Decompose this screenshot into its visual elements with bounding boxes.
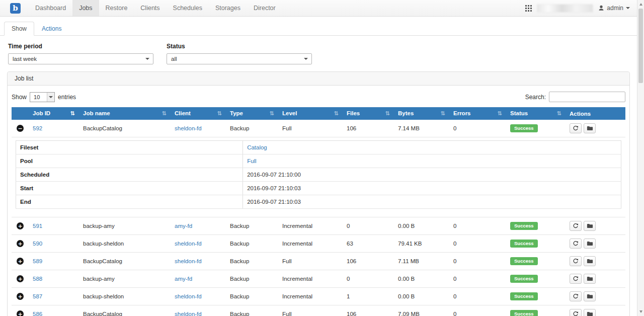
type-cell: Backup [226,305,278,316]
column-header-files[interactable]: ⇅Files [343,107,394,120]
client-link[interactable]: sheldon-fd [175,241,202,247]
restart-icon [573,241,579,247]
expand-row-icon[interactable]: + [17,293,24,300]
nav-item-jobs[interactable]: Jobs [72,0,99,16]
column-header-actions[interactable]: Actions [566,107,625,120]
client-link[interactable]: amy-fd [175,223,192,229]
job-row: +590backup-sheldonsheldon-fdBackupIncrem… [12,235,625,253]
time-period-select[interactable]: last week [8,53,153,64]
column-header-client[interactable]: ⇅Client [171,107,226,120]
app-logo[interactable]: b [10,3,21,14]
sort-icon[interactable]: ⇅ [334,110,339,117]
client-link[interactable]: sheldon-fd [175,293,202,299]
job-list-panel: Job list Show 10 entries Search: [7,71,630,316]
job-id-link[interactable]: 592 [33,125,42,131]
caret-down-icon [626,7,630,9]
client-link[interactable]: sheldon-fd [175,125,202,131]
client-link[interactable]: sheldon-fd [175,311,202,316]
nav-item-storages[interactable]: Storages [209,0,247,16]
sort-icon[interactable]: ⇅ [70,110,75,117]
restart-job-button[interactable] [570,274,582,284]
scrollbar-down-arrow[interactable] [637,308,644,315]
job-files-button[interactable] [584,291,596,301]
page-scrollbar[interactable] [637,0,644,316]
column-header-type[interactable]: ⇅Type [226,107,278,120]
apps-grid-icon[interactable] [525,5,532,12]
job-files-button[interactable] [584,256,596,266]
status-badge: Success [510,124,538,132]
client-link[interactable]: sheldon-fd [175,258,202,264]
restart-job-button[interactable] [570,256,582,266]
sort-icon[interactable]: ⇅ [270,110,274,117]
job-id-link[interactable]: 590 [33,241,42,247]
tab-show[interactable]: Show [4,22,34,36]
column-header-job-name[interactable]: ⇅Job name [79,107,171,120]
column-header-status[interactable]: ⇅Status [506,107,566,120]
job-files-button[interactable] [584,123,596,133]
status-select[interactable]: all [167,53,312,64]
job-name-cell: backup-amy [79,270,171,288]
sort-icon[interactable]: ⇅ [498,110,502,117]
collapse-row-icon[interactable]: − [17,125,24,132]
job-name-cell: backup-amy [79,217,171,235]
job-id-link[interactable]: 586 [33,311,42,316]
expand-row-icon[interactable]: + [17,258,24,265]
job-files-button[interactable] [584,274,596,284]
nav-item-clients[interactable]: Clients [134,0,166,16]
tab-actions[interactable]: Actions [34,22,69,36]
page-content: b DashboardJobsRestoreClientsSchedulesSt… [0,0,637,316]
nav-item-schedules[interactable]: Schedules [167,0,209,16]
detail-value-link[interactable]: Full [247,158,257,164]
page-length-control: Show 10 entries [12,92,76,102]
job-files-button[interactable] [584,309,596,316]
user-menu[interactable]: admin [598,5,630,12]
column-header-expand [12,107,29,120]
column-header-level[interactable]: ⇅Level [278,107,343,120]
status-value: all [171,56,177,62]
level-cell: Incremental [278,288,343,305]
restart-job-button[interactable] [570,309,582,316]
sort-icon[interactable]: ⇅ [557,110,561,117]
column-label: Job name [83,110,110,116]
expand-row-icon[interactable]: + [17,240,24,247]
main-nav: DashboardJobsRestoreClientsSchedulesStor… [29,0,282,16]
column-header-bytes[interactable]: ⇅Bytes [394,107,449,120]
column-header-errors[interactable]: ⇅Errors [449,107,506,120]
sort-icon[interactable]: ⇅ [385,110,390,117]
job-files-button[interactable] [584,239,596,249]
client-link[interactable]: amy-fd [175,276,192,282]
job-id-link[interactable]: 591 [33,223,42,229]
nav-item-restore[interactable]: Restore [99,0,134,16]
column-header-job-id[interactable]: ⇅Job ID [29,107,79,120]
job-id-link[interactable]: 589 [33,258,42,264]
scrollbar-up-arrow[interactable] [637,1,644,8]
scrollbar-thumb[interactable] [638,9,643,83]
sort-icon[interactable]: ⇅ [217,110,222,117]
job-id-link[interactable]: 588 [33,276,42,282]
nav-item-director[interactable]: Director [247,0,282,16]
restart-icon [573,223,579,229]
time-period-label: Time period [8,43,153,50]
caret-down-icon [145,58,149,60]
detail-row-start: Start2016-09-07 21:10:03 [16,182,621,195]
job-files-button[interactable] [584,221,596,231]
sort-icon[interactable]: ⇅ [441,110,445,117]
job-table-head-row: ⇅Job ID⇅Job name⇅Client⇅Type⇅Level⇅Files… [12,107,625,120]
bytes-cell: 79.41 KB [394,235,449,253]
restart-icon [573,276,579,282]
restart-job-button[interactable] [570,239,582,249]
expand-row-icon[interactable]: + [17,275,24,282]
job-id-link[interactable]: 587 [33,293,42,299]
detail-value-link[interactable]: Catalog [247,144,267,150]
restart-job-button[interactable] [570,123,582,133]
nav-item-dashboard[interactable]: Dashboard [29,0,72,16]
search-input[interactable] [549,92,625,102]
restart-job-button[interactable] [570,291,582,301]
sort-icon[interactable]: ⇅ [162,110,167,117]
restart-job-button[interactable] [570,221,582,231]
entries-per-page-select[interactable]: 10 [30,92,55,102]
expand-row-icon[interactable]: + [17,222,24,229]
job-row: +589BackupCatalogsheldon-fdBackupFull106… [12,253,625,270]
expand-row-icon[interactable]: + [17,310,24,316]
caret-down-icon [47,93,54,102]
